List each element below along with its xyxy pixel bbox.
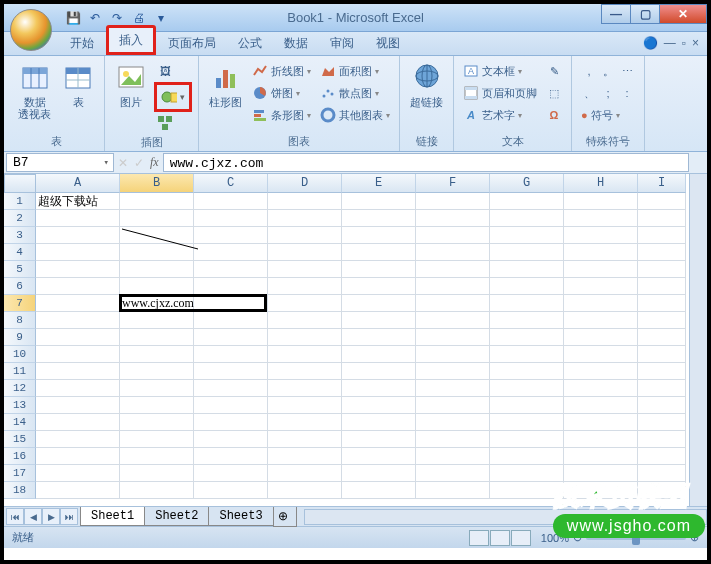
cell[interactable] [638,448,686,465]
line-chart-button[interactable]: 折线图▾ [249,60,314,82]
name-box[interactable]: B7 [6,153,114,172]
cell[interactable] [36,482,120,499]
cell[interactable] [564,346,638,363]
cell[interactable] [120,261,194,278]
cell[interactable] [490,448,564,465]
cell[interactable] [36,210,120,227]
zoom-level[interactable]: 100% [541,532,569,544]
row-header[interactable]: 3 [4,227,36,244]
cell[interactable] [490,363,564,380]
pie-chart-button[interactable]: 饼图▾ [249,82,314,104]
help-icon[interactable]: 🔵 [643,36,658,50]
row-header[interactable]: 18 [4,482,36,499]
zoom-out-button[interactable]: ⊖ [573,531,582,544]
cell[interactable] [120,414,194,431]
cell[interactable] [194,244,268,261]
cell[interactable] [490,465,564,482]
tab-home[interactable]: 开始 [60,31,104,55]
formula-input[interactable]: www.cjxz.com [163,153,689,172]
cell[interactable] [268,482,342,499]
cell[interactable] [194,278,268,295]
symbol-button[interactable]: Ω [543,104,565,126]
cell[interactable] [342,278,416,295]
sheet-tab-3[interactable]: Sheet3 [208,507,273,526]
row-header[interactable]: 16 [4,448,36,465]
cell[interactable] [564,397,638,414]
vertical-scrollbar[interactable] [689,174,707,506]
cell[interactable] [342,295,416,312]
cell[interactable] [638,380,686,397]
cell[interactable] [194,482,268,499]
textbox-button[interactable]: A文本框▾ [460,60,540,82]
page-layout-view-button[interactable] [490,530,510,546]
cell[interactable] [268,414,342,431]
cell[interactable] [564,210,638,227]
cell[interactable] [268,312,342,329]
cell[interactable] [342,312,416,329]
tab-formulas[interactable]: 公式 [228,31,272,55]
sheet-tab-1[interactable]: Sheet1 [80,507,145,526]
enter-icon[interactable]: ✓ [134,156,144,170]
cell[interactable] [490,482,564,499]
cell[interactable] [416,397,490,414]
pivot-table-button[interactable]: 数据 透视表 [14,60,55,122]
col-header-E[interactable]: E [342,174,416,193]
cell[interactable] [416,295,490,312]
cell[interactable] [120,278,194,295]
row-header[interactable]: 8 [4,312,36,329]
cell[interactable] [638,346,686,363]
cell[interactable] [120,329,194,346]
cell[interactable] [638,244,686,261]
cell[interactable] [416,346,490,363]
cell[interactable] [342,210,416,227]
row-header[interactable]: 15 [4,431,36,448]
cell[interactable] [564,448,638,465]
cell[interactable] [194,210,268,227]
cell[interactable] [268,397,342,414]
cell[interactable] [194,363,268,380]
cell[interactable] [638,431,686,448]
cell[interactable] [120,397,194,414]
scatter-chart-button[interactable]: 散点图▾ [317,82,393,104]
cell[interactable] [342,193,416,210]
object-button[interactable]: ⬚ [543,82,565,104]
row-header[interactable]: 7 [4,295,36,312]
table-button[interactable]: 表 [58,60,98,110]
col-header-A[interactable]: A [36,174,120,193]
cell[interactable] [490,397,564,414]
cell[interactable] [194,465,268,482]
row-header[interactable]: 2 [4,210,36,227]
cell[interactable] [416,244,490,261]
column-chart-button[interactable]: 柱形图 [205,60,246,110]
page-break-view-button[interactable] [511,530,531,546]
cell[interactable] [342,363,416,380]
cell[interactable] [120,380,194,397]
cell[interactable] [194,295,268,312]
tab-pagelayout[interactable]: 页面布局 [158,31,226,55]
row-header[interactable]: 13 [4,397,36,414]
cell[interactable] [490,193,564,210]
zoom-slider[interactable] [586,536,686,540]
worksheet-grid[interactable]: A B C D E F G H I 1超级下载站234567www.cjxz.c… [4,174,689,506]
cell[interactable] [490,414,564,431]
close-workbook-icon[interactable]: × [692,36,699,50]
cell[interactable] [36,295,120,312]
cell[interactable] [564,244,638,261]
cell[interactable] [268,227,342,244]
cell[interactable] [416,261,490,278]
cell[interactable] [564,431,638,448]
col-header-G[interactable]: G [490,174,564,193]
row-header[interactable]: 6 [4,278,36,295]
select-all-corner[interactable] [4,174,36,193]
cell[interactable] [342,244,416,261]
cell[interactable] [194,414,268,431]
cancel-icon[interactable]: ✕ [118,156,128,170]
row-header[interactable]: 17 [4,465,36,482]
tab-insert[interactable]: 插入 [106,25,156,55]
bar-chart-button[interactable]: 条形图▾ [249,104,314,126]
cell[interactable] [194,346,268,363]
cell[interactable] [194,448,268,465]
cell[interactable] [490,261,564,278]
first-sheet-button[interactable]: ⏮ [6,508,24,525]
cell[interactable] [416,448,490,465]
